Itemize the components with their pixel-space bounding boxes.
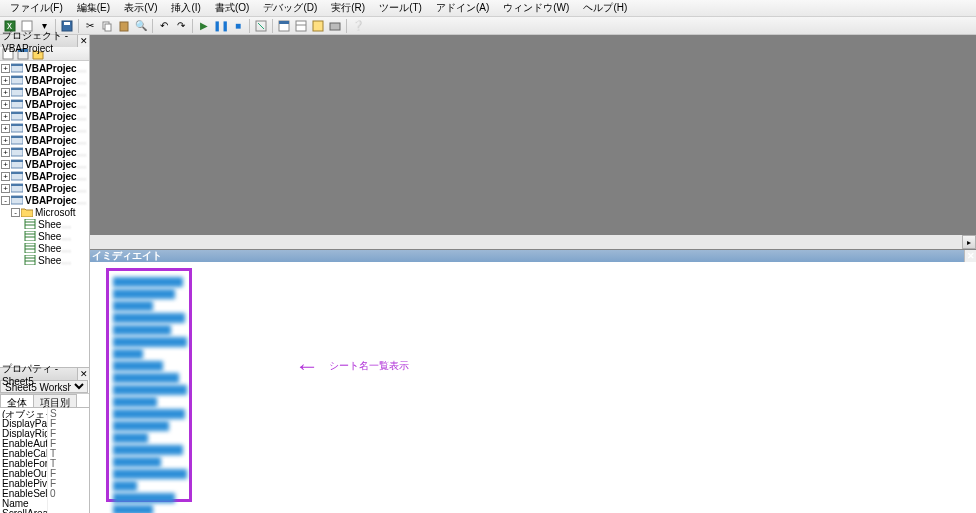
undo-icon[interactable]: ↶ <box>156 18 172 34</box>
property-row[interactable]: (オブジェクト名)S <box>0 408 89 418</box>
collapse-icon[interactable]: - <box>11 208 20 217</box>
property-name: EnableCalculatio <box>0 448 48 458</box>
property-row[interactable]: DisplayRightToLF <box>0 428 89 438</box>
expand-icon[interactable]: + <box>1 160 10 169</box>
properties-window-icon[interactable] <box>293 18 309 34</box>
reset-icon[interactable]: ■ <box>230 18 246 34</box>
paste-icon[interactable] <box>116 18 132 34</box>
properties-grid[interactable]: (オブジェクト名)SDisplayPageBreaFDisplayRightTo… <box>0 408 89 513</box>
expand-icon[interactable]: + <box>1 124 10 133</box>
tree-sheet-node[interactable]: Shee… <box>0 230 89 242</box>
property-value[interactable]: F <box>48 428 89 438</box>
tree-project-node[interactable]: +VBAProjec… <box>0 182 89 194</box>
property-name: DisplayRightToL <box>0 428 48 438</box>
immediate-body[interactable]: ← シート名一覧表示 <box>90 262 976 513</box>
property-name: Name <box>0 498 48 508</box>
help-icon[interactable]: ❔ <box>350 18 366 34</box>
expand-icon[interactable]: + <box>1 88 10 97</box>
menu-addins[interactable]: アドイン(A) <box>430 0 495 16</box>
tree-folder-node[interactable]: -Microsoft <box>0 206 89 218</box>
tree-project-node[interactable]: +VBAProjec… <box>0 122 89 134</box>
expand-icon[interactable]: + <box>1 112 10 121</box>
tree-project-node[interactable]: -VBAProjec… <box>0 194 89 206</box>
sheet-names-output <box>113 275 189 499</box>
property-value[interactable]: F <box>48 478 89 488</box>
menu-tools[interactable]: ツール(T) <box>373 0 428 16</box>
object-browser-icon[interactable] <box>310 18 326 34</box>
property-row[interactable]: EnableOutliningF <box>0 468 89 478</box>
break-icon[interactable]: ❚❚ <box>213 18 229 34</box>
tree-sheet-node[interactable]: Shee… <box>0 254 89 266</box>
svg-rect-37 <box>11 172 23 174</box>
design-mode-icon[interactable] <box>253 18 269 34</box>
menu-format[interactable]: 書式(O) <box>209 0 255 16</box>
svg-rect-41 <box>11 196 23 198</box>
property-value[interactable]: F <box>48 468 89 478</box>
menu-debug[interactable]: デバッグ(D) <box>257 0 323 16</box>
property-name: EnablePivotTabl <box>0 478 48 488</box>
tree-project-node[interactable]: +VBAProjec… <box>0 170 89 182</box>
close-icon[interactable]: ✕ <box>77 368 89 380</box>
copy-icon[interactable] <box>99 18 115 34</box>
property-value[interactable] <box>48 498 89 508</box>
menu-edit[interactable]: 編集(E) <box>71 0 116 16</box>
menu-help[interactable]: ヘルプ(H) <box>577 0 633 16</box>
property-row[interactable]: DisplayPageBreaF <box>0 418 89 428</box>
expand-icon[interactable]: + <box>1 64 10 73</box>
svg-rect-11 <box>296 21 306 31</box>
property-value[interactable] <box>48 508 89 513</box>
horizontal-scrollbar[interactable]: ▸ <box>90 235 976 249</box>
svg-rect-4 <box>64 22 70 25</box>
expand-icon[interactable]: + <box>1 148 10 157</box>
find-icon[interactable]: 🔍 <box>133 18 149 34</box>
redo-icon[interactable]: ↷ <box>173 18 189 34</box>
property-row[interactable]: EnableSelection0 <box>0 488 89 498</box>
tab-zentai[interactable]: 全体 <box>0 394 34 407</box>
tree-project-node[interactable]: +VBAProjec… <box>0 74 89 86</box>
tab-komoku[interactable]: 項目別 <box>33 394 77 407</box>
close-icon[interactable]: ✕ <box>964 250 976 262</box>
svg-rect-19 <box>11 64 23 66</box>
tree-project-node[interactable]: +VBAProjec… <box>0 134 89 146</box>
property-row[interactable]: EnablePivotTablF <box>0 478 89 488</box>
property-row[interactable]: EnableAutoFilterF <box>0 438 89 448</box>
property-row[interactable]: EnableFormatCoT <box>0 458 89 468</box>
property-value[interactable]: 0 <box>48 488 89 498</box>
property-name: EnableSelection <box>0 488 48 498</box>
collapse-icon[interactable]: - <box>1 196 10 205</box>
close-icon[interactable]: ✕ <box>77 35 89 47</box>
svg-rect-48 <box>25 243 35 253</box>
menu-view[interactable]: 表示(V) <box>118 0 163 16</box>
property-value[interactable]: T <box>48 458 89 468</box>
menu-run[interactable]: 実行(R) <box>325 0 371 16</box>
toolbox-icon[interactable] <box>327 18 343 34</box>
property-value[interactable]: F <box>48 418 89 428</box>
project-tree[interactable]: +VBAProjec…+VBAProjec…+VBAProjec…+VBAPro… <box>0 61 89 368</box>
code-mdi-area: ▸ <box>90 35 976 249</box>
expand-icon[interactable]: + <box>1 100 10 109</box>
tree-project-node[interactable]: +VBAProjec… <box>0 110 89 122</box>
property-value[interactable]: F <box>48 438 89 448</box>
menu-insert[interactable]: 挿入(I) <box>165 0 206 16</box>
menu-window[interactable]: ウィンドウ(W) <box>497 0 575 16</box>
tree-sheet-node[interactable]: Shee… <box>0 242 89 254</box>
property-row[interactable]: Name <box>0 498 89 508</box>
tree-sheet-node[interactable]: Shee… <box>0 218 89 230</box>
menu-file[interactable]: ファイル(F) <box>4 0 69 16</box>
expand-icon[interactable]: + <box>1 172 10 181</box>
tree-project-node[interactable]: +VBAProjec… <box>0 86 89 98</box>
project-explorer-icon[interactable] <box>276 18 292 34</box>
run-icon[interactable]: ▶ <box>196 18 212 34</box>
property-row[interactable]: EnableCalculatioT <box>0 448 89 458</box>
expand-icon[interactable]: + <box>1 76 10 85</box>
expand-icon[interactable]: + <box>1 136 10 145</box>
scroll-right-icon[interactable]: ▸ <box>962 235 976 249</box>
expand-icon[interactable]: + <box>1 184 10 193</box>
property-value[interactable]: T <box>48 448 89 458</box>
property-value[interactable]: S <box>48 408 89 418</box>
tree-project-node[interactable]: +VBAProjec… <box>0 62 89 74</box>
tree-project-node[interactable]: +VBAProjec… <box>0 158 89 170</box>
property-row[interactable]: ScrollArea <box>0 508 89 513</box>
tree-project-node[interactable]: +VBAProjec… <box>0 98 89 110</box>
tree-project-node[interactable]: +VBAProjec… <box>0 146 89 158</box>
